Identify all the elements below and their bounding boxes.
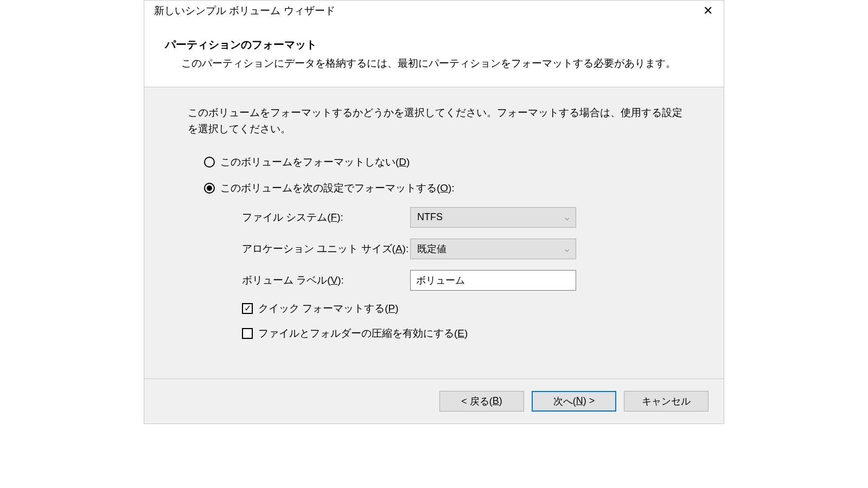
volume-label-label: ボリューム ラベル(V): <box>242 273 410 287</box>
close-icon[interactable]: ✕ <box>698 4 718 18</box>
filesystem-select[interactable]: NTFS ⌵ <box>410 207 576 228</box>
allocation-label: アロケーション ユニット サイズ(A): <box>242 242 410 256</box>
quick-format-checkbox[interactable]: クイック フォーマットする(P) <box>242 301 686 316</box>
volume-label-input[interactable] <box>410 270 576 291</box>
chevron-down-icon: ⌵ <box>565 213 569 222</box>
filesystem-row: ファイル システム(F): NTFS ⌵ <box>242 207 686 228</box>
page-title: パーティションのフォーマット <box>165 37 697 52</box>
compression-label: ファイルとフォルダーの圧縮を有効にする(E) <box>258 326 468 341</box>
body-section: このボリュームをフォーマットするかどうかを選択してください。フォーマットする場合… <box>144 87 724 379</box>
wizard-dialog: 新しいシンプル ボリューム ウィザード ✕ パーティションのフォーマット このパ… <box>144 0 724 424</box>
cancel-button[interactable]: キャンセル <box>624 391 709 412</box>
checkbox-icon <box>242 303 253 314</box>
compression-checkbox[interactable]: ファイルとフォルダーの圧縮を有効にする(E) <box>242 326 686 341</box>
quick-format-label: クイック フォーマットする(P) <box>258 301 399 316</box>
window-title: 新しいシンプル ボリューム ウィザード <box>154 4 335 18</box>
next-button[interactable]: 次へ(N) > <box>532 391 616 412</box>
allocation-select[interactable]: 既定値 ⌵ <box>410 239 576 259</box>
titlebar: 新しいシンプル ボリューム ウィザード ✕ <box>144 1 724 21</box>
checkbox-icon <box>242 328 253 339</box>
radio-no-format-label: このボリュームをフォーマットしない(D) <box>220 155 410 169</box>
radio-icon <box>204 157 215 168</box>
radio-do-format-label: このボリュームを次の設定でフォーマットする(O): <box>220 181 455 195</box>
filesystem-value: NTFS <box>417 211 443 223</box>
page-subtitle: このパーティションにデータを格納するには、最初にパーティションをフォーマットする… <box>165 56 697 70</box>
back-button[interactable]: < 戻る(B) <box>439 391 524 412</box>
allocation-row: アロケーション ユニット サイズ(A): 既定値 ⌵ <box>242 239 686 259</box>
instruction-text: このボリュームをフォーマットするかどうかを選択してください。フォーマットする場合… <box>188 105 686 138</box>
footer-section: < 戻る(B) 次へ(N) > キャンセル <box>144 379 724 423</box>
chevron-down-icon: ⌵ <box>565 245 569 253</box>
checkbox-group: クイック フォーマットする(P) ファイルとフォルダーの圧縮を有効にする(E) <box>204 301 686 341</box>
radio-icon <box>204 183 215 194</box>
format-settings: ファイル システム(F): NTFS ⌵ アロケーション ユニット サイズ(A)… <box>204 207 686 291</box>
format-radio-group: このボリュームをフォーマットしない(D) このボリュームを次の設定でフォーマット… <box>188 155 686 341</box>
radio-no-format[interactable]: このボリュームをフォーマットしない(D) <box>204 155 686 169</box>
allocation-value: 既定値 <box>417 242 446 255</box>
radio-do-format[interactable]: このボリュームを次の設定でフォーマットする(O): <box>204 181 686 195</box>
filesystem-label: ファイル システム(F): <box>242 210 410 224</box>
volume-label-row: ボリューム ラベル(V): <box>242 270 686 291</box>
header-section: パーティションのフォーマット このパーティションにデータを格納するには、最初にパ… <box>144 21 724 87</box>
